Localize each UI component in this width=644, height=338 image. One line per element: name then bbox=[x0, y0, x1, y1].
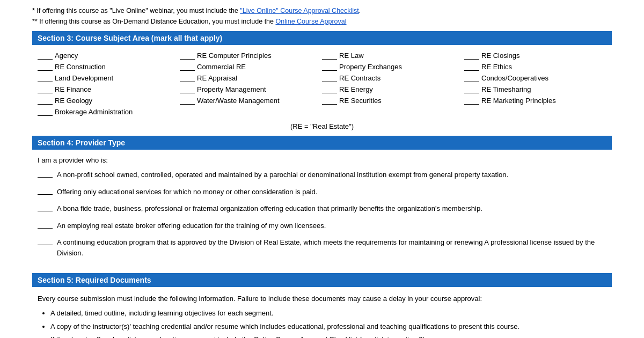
blank-line bbox=[322, 86, 337, 93]
blank-line bbox=[38, 86, 53, 93]
blank-line bbox=[38, 75, 53, 82]
section5-body: Every course submission must include the… bbox=[32, 290, 612, 338]
subject-item: Condos/Cooperatives bbox=[464, 74, 606, 82]
provider-item-3: A bona fide trade, business, professiona… bbox=[38, 203, 606, 214]
section3-header: Section 3: Course Subject Area (mark all… bbox=[32, 31, 612, 45]
provider-intro: I am a provider who is: bbox=[38, 156, 606, 164]
section3: Section 3: Course Subject Area (mark all… bbox=[32, 31, 612, 130]
section5-bullet-3: If the class is offered as distance educ… bbox=[50, 334, 606, 338]
provider-text-2: Offering only educational services for w… bbox=[57, 187, 606, 197]
blank-line bbox=[38, 97, 53, 105]
blank-line bbox=[180, 63, 195, 71]
subject-item: RE Timesharing bbox=[464, 85, 606, 93]
note-line1: * If offering this course as "Live Onlin… bbox=[32, 5, 612, 16]
subject-item: RE Securities bbox=[322, 97, 464, 105]
blank-line bbox=[464, 63, 479, 71]
subject-col-3: RE Law Property Exchanges RE Contracts R… bbox=[322, 52, 464, 116]
section5: Section 5: Required Documents Every cour… bbox=[32, 273, 612, 338]
blank-line bbox=[38, 187, 53, 195]
provider-text-5: A continuing education program that is a… bbox=[57, 237, 606, 258]
subject-col-1: Agency RE Construction Land Development … bbox=[38, 52, 180, 116]
provider-text-1: A non-profit school owned, controlled, o… bbox=[57, 170, 606, 180]
section5-header: Section 5: Required Documents bbox=[32, 273, 612, 287]
provider-item-5: A continuing education program that is a… bbox=[38, 237, 606, 258]
subject-item: Water/Waste Management bbox=[180, 97, 322, 105]
page-container: * If offering this course as "Live Onlin… bbox=[0, 0, 644, 338]
subject-grid: Agency RE Construction Land Development … bbox=[32, 48, 612, 119]
section5-bullet-1: A detailed, timed outline, including lea… bbox=[50, 308, 606, 319]
subject-item: RE Finance bbox=[38, 85, 180, 93]
provider-item-1: A non-profit school owned, controlled, o… bbox=[38, 170, 606, 180]
blank-line bbox=[322, 63, 337, 71]
blank-line bbox=[38, 238, 53, 245]
subject-item: Commercial RE bbox=[180, 63, 322, 71]
blank-line bbox=[38, 108, 53, 116]
blank-line bbox=[464, 86, 479, 93]
subject-item: RE Closings bbox=[464, 52, 606, 60]
blank-line bbox=[322, 52, 337, 60]
section5-bullet-2: A copy of the instructor(s)' teaching cr… bbox=[50, 321, 606, 333]
subject-item: RE Geology bbox=[38, 97, 180, 105]
blank-line bbox=[38, 52, 53, 60]
subject-item: Property Management bbox=[180, 85, 322, 93]
live-online-link[interactable]: "Live Online" Course Approval Checklist bbox=[240, 7, 358, 14]
section5-intro: Every course submission must include the… bbox=[38, 293, 606, 305]
subject-item: Property Exchanges bbox=[322, 63, 464, 71]
section4: Section 4: Provider Type I am a provider… bbox=[32, 136, 612, 268]
subject-item: RE Energy bbox=[322, 85, 464, 93]
subject-item: RE Law bbox=[322, 52, 464, 60]
blank-line bbox=[180, 52, 195, 60]
blank-line bbox=[180, 75, 195, 82]
section4-header: Section 4: Provider Type bbox=[32, 136, 612, 150]
provider-text-3: A bona fide trade, business, professiona… bbox=[57, 203, 606, 214]
provider-item-2: Offering only educational services for w… bbox=[38, 187, 606, 197]
subject-item: Agency bbox=[38, 52, 180, 60]
subject-item: RE Marketing Principles bbox=[464, 97, 606, 105]
blank-line bbox=[464, 52, 479, 60]
section5-list: A detailed, timed outline, including lea… bbox=[50, 308, 606, 338]
provider-text-4: An employing real estate broker offering… bbox=[57, 221, 606, 231]
subject-item: Land Development bbox=[38, 74, 180, 82]
subject-item: RE Appraisal bbox=[180, 74, 322, 82]
blank-line bbox=[180, 97, 195, 105]
re-note: (RE = "Real Estate") bbox=[32, 122, 612, 130]
subject-item: Brokerage Administration bbox=[38, 108, 180, 116]
blank-line bbox=[38, 221, 53, 229]
blank-line bbox=[322, 75, 337, 82]
subject-item: RE Construction bbox=[38, 63, 180, 71]
subject-item: RE Contracts bbox=[322, 74, 464, 82]
subject-col-4: RE Closings RE Ethics Condos/Cooperative… bbox=[464, 52, 606, 116]
top-notes: * If offering this course as "Live Onlin… bbox=[32, 5, 612, 27]
blank-line bbox=[38, 204, 53, 211]
section4-body: I am a provider who is: A non-profit sch… bbox=[32, 153, 612, 268]
online-course-link[interactable]: Online Course Approval bbox=[275, 18, 346, 25]
blank-line bbox=[464, 75, 479, 82]
subject-item: RE Computer Principles bbox=[180, 52, 322, 60]
blank-line bbox=[180, 86, 195, 93]
subject-item: RE Ethics bbox=[464, 63, 606, 71]
blank-line bbox=[464, 97, 479, 105]
blank-line bbox=[38, 170, 53, 178]
note-line2: ** If offering this course as On-Demand … bbox=[32, 16, 612, 27]
subject-col-2: RE Computer Principles Commercial RE RE … bbox=[180, 52, 322, 116]
provider-item-4: An employing real estate broker offering… bbox=[38, 221, 606, 231]
blank-line bbox=[38, 63, 53, 71]
blank-line bbox=[322, 97, 337, 105]
